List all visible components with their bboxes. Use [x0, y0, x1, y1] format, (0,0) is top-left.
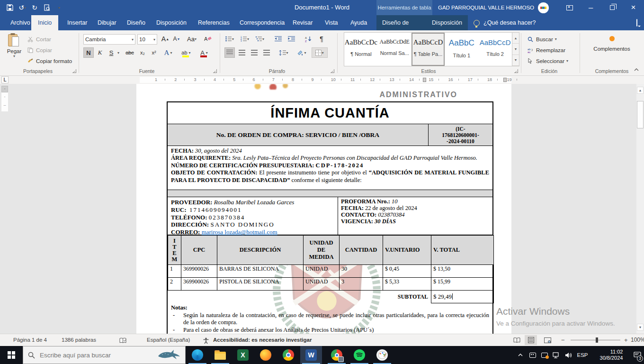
line-spacing-button[interactable]: ▾ [277, 47, 291, 58]
zoom-in-button[interactable]: + [624, 334, 628, 346]
paragraph-dialog-launcher[interactable] [331, 69, 334, 73]
tab-diseno-de-tabla[interactable]: Diseño de tabla [376, 15, 426, 30]
contract-details-cell[interactable]: FECHA: 30, agosto del 2024 ÁREA REQUIREN… [168, 146, 492, 190]
format-painter-button[interactable]: Copiar formato [27, 56, 72, 66]
tray-language[interactable]: ESP [575, 346, 590, 364]
close-button[interactable]: × [623, 0, 644, 15]
justify-button[interactable] [261, 47, 272, 58]
accessibility-status[interactable]: Accesibilidad: es necesario investigar [213, 334, 312, 346]
tab-stop-selector[interactable]: L [1, 76, 9, 83]
cell[interactable]: 369900026 [181, 265, 217, 278]
font-size-dropdown-icon[interactable]: ▾ [153, 37, 155, 42]
underline-button[interactable]: S [106, 47, 116, 58]
cell[interactable]: UNIDAD [304, 265, 340, 278]
taskbar-firefox[interactable] [255, 346, 277, 364]
cell[interactable]: $ 15,99 [431, 278, 494, 291]
right-indent-marker[interactable] [503, 78, 507, 82]
align-right-button[interactable] [249, 47, 259, 58]
tray-volume[interactable] [563, 346, 574, 364]
shrink-font-button[interactable]: A▼ [171, 34, 182, 44]
save-button[interactable] [4, 1, 16, 14]
tab-revisar[interactable]: Revisar [286, 15, 319, 30]
subtotal-value-cell[interactable]: $ 29,49 [431, 291, 494, 303]
cell[interactable]: 369900026 [181, 278, 217, 291]
scrollbar-thumb[interactable] [637, 101, 644, 128]
cell[interactable]: $ 5,33 [383, 278, 431, 291]
styles-scroll-up[interactable]: ▲ [512, 33, 519, 44]
order-number-cell[interactable]: (IC- 1768120600001- -2024-00110 [428, 124, 492, 146]
document-page[interactable]: ADMINISTRATIVO ÍNFIMA CUANTÍA No. DE ORD… [136, 84, 511, 334]
cell[interactable]: 1 [168, 265, 181, 278]
supplier-cell[interactable]: PROVEEDOR: Rosalba Maribel Lozada Garces… [168, 197, 338, 235]
word-count[interactable]: 1386 palabras [62, 334, 96, 346]
cell[interactable]: $ 13,50 [431, 265, 494, 278]
multilevel-list-button[interactable]: ▾ [255, 34, 265, 44]
style-normal[interactable]: AaBbCcDc ¶ Normal [344, 33, 378, 66]
tab-vista[interactable]: Vista [318, 15, 345, 30]
feedback-button[interactable] [636, 19, 637, 26]
undo-dropdown-icon[interactable]: ▾ [24, 6, 26, 10]
styles-scroll-down[interactable]: ▼ [512, 44, 519, 55]
align-left-button[interactable] [224, 47, 235, 58]
customize-qat-button[interactable]: ▾ [53, 1, 65, 14]
bold-button[interactable]: N [83, 47, 94, 58]
cell[interactable]: 2 [168, 278, 181, 291]
start-button[interactable] [0, 346, 23, 364]
cell[interactable]: UNIDAD [304, 278, 340, 291]
ribbon-display-options-button[interactable] [559, 0, 580, 15]
tab-referencias[interactable]: Referencias [191, 15, 236, 30]
tab-ayuda[interactable]: Ayuda [344, 15, 374, 30]
addins-button[interactable]: Complementos [585, 34, 638, 52]
taskbar-file-explorer[interactable] [209, 346, 231, 364]
sort-button[interactable]: AZ [303, 34, 313, 44]
styles-dialog-launcher[interactable] [514, 69, 518, 73]
font-name-dropdown-icon[interactable]: ▾ [132, 37, 134, 42]
undo-button[interactable]: ↺▾ [16, 1, 28, 14]
language-indicator[interactable]: Español (España) [147, 334, 190, 346]
clear-formatting-button[interactable]: A [203, 34, 213, 44]
taskbar-edge[interactable] [187, 346, 208, 364]
align-center-button[interactable] [237, 47, 247, 58]
header-item[interactable]: ITEM [168, 236, 181, 265]
style-titulo-2[interactable]: AaBbCcD Título 2 [478, 33, 512, 66]
shading-button[interactable]: ▾ [295, 47, 309, 58]
print-preview-button[interactable] [41, 1, 53, 14]
indent-marker[interactable] [423, 78, 426, 82]
taskbar-excel[interactable]: X [232, 346, 254, 364]
proforma-cell[interactable]: PROFORMA Nro.: 10 FECHA: 22 de agosto de… [338, 197, 492, 235]
minimize-button[interactable]: ─ [580, 0, 601, 15]
header-vtotal[interactable]: V. TOTAL [431, 236, 494, 265]
scroll-down-button[interactable]: ▼ [637, 324, 644, 331]
decrease-indent-button[interactable] [273, 34, 283, 44]
taskbar-chrome-remote[interactable] [326, 346, 348, 364]
read-mode-button[interactable] [510, 335, 523, 345]
strikethrough-button[interactable]: abc [123, 47, 136, 58]
cell[interactable]: PISTOLA DE SILICONA [217, 278, 304, 291]
administrativo-label[interactable]: ADMINISTRATIVO [326, 91, 457, 99]
font-size-combo[interactable]: ▾ [137, 34, 157, 45]
zoom-level[interactable]: 100% [631, 334, 644, 346]
replace-button[interactable]: abac Reemplazar [527, 45, 565, 55]
cell[interactable]: 30 [340, 265, 383, 278]
tray-clock[interactable]: 11:02 30/8/2024 [593, 346, 630, 364]
grow-font-button[interactable]: A▲ [160, 34, 170, 44]
clipboard-dialog-launcher[interactable] [72, 69, 76, 73]
show-marks-button[interactable]: ¶ [316, 34, 327, 44]
font-dialog-launcher[interactable] [213, 69, 217, 73]
taskbar-spotify[interactable] [349, 346, 370, 364]
find-button[interactable]: Buscar▾ [527, 34, 557, 44]
italic-button[interactable]: K [95, 47, 105, 58]
redo-button[interactable]: ↻ [28, 1, 41, 14]
font-name-combo[interactable]: ▾ [83, 34, 135, 45]
taskbar-paint[interactable] [371, 346, 393, 364]
zoom-out-button[interactable]: − [561, 334, 565, 346]
subtotal-label-cell[interactable]: SUBTOTAL [168, 291, 431, 303]
tray-network[interactable] [551, 346, 562, 364]
vertical-ruler[interactable]: - -– [1, 86, 9, 111]
borders-button[interactable]: ▾ [312, 47, 328, 58]
font-size-input[interactable] [139, 36, 153, 42]
tab-inicio[interactable]: Inicio [31, 15, 58, 30]
scroll-up-button[interactable]: ▲ [637, 87, 644, 94]
horizontal-ruler[interactable]: 12345678910111213141516171819 [140, 77, 511, 83]
search-input[interactable] [40, 352, 152, 359]
